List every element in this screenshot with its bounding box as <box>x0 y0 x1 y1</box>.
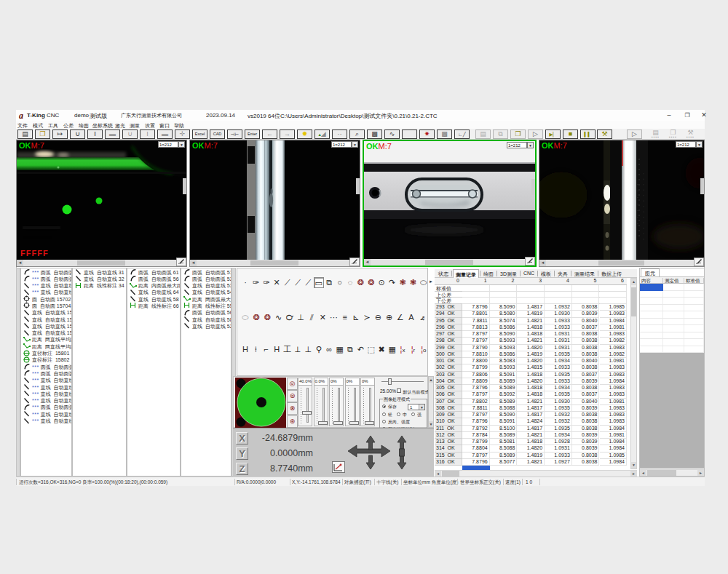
measure-item[interactable]: *** 圆弧 自动圆弧 <box>21 404 71 410</box>
scroll-up-icon[interactable]: ▲ <box>631 279 636 285</box>
empty-cell[interactable] <box>572 292 600 298</box>
element-cell[interactable] <box>640 339 663 346</box>
toolbar-export-cad[interactable]: CAD <box>210 129 225 139</box>
angle-icon[interactable]: ∠ <box>395 312 405 323</box>
result-cell[interactable]: 0.8038 <box>572 364 600 371</box>
empty-cell[interactable] <box>572 298 600 304</box>
result-cell[interactable]: 1.4820 <box>517 378 545 385</box>
result-cell[interactable]: 1.4821 <box>517 399 545 405</box>
element-row[interactable] <box>640 346 704 354</box>
camera-pane-3[interactable]: OKM:71=212▼◄ <box>363 140 537 267</box>
measure-item[interactable]: 直线 自动直线 15 <box>21 330 71 336</box>
measure-item[interactable]: 直线 自动直线 15 <box>21 316 71 322</box>
line-icon[interactable]: ⟋ <box>282 277 293 288</box>
measure-item[interactable]: 圆 自动圆 15702 <box>21 295 71 302</box>
result-cell[interactable]: 7.8799 <box>462 364 490 371</box>
toolbar-probe-down[interactable]: ∪ <box>70 129 85 139</box>
result-cell[interactable]: 8.5089 <box>490 432 518 439</box>
row-header[interactable]: 312 OK <box>435 432 462 439</box>
measure-item[interactable]: 距离 线性标注 66 <box>127 302 180 308</box>
camera-hscrollbar[interactable]: ◄ <box>539 260 694 266</box>
double-circle-icon[interactable]: ∞ <box>324 344 334 355</box>
angle-bisect-icon[interactable]: ⊾ <box>351 312 361 323</box>
row-header[interactable]: 295 OK <box>435 318 462 324</box>
menu-测量[interactable]: 测量 <box>130 122 140 129</box>
camera-zoom-combo-2[interactable]: 1=212▼ <box>331 141 358 148</box>
slider-track[interactable] <box>369 388 371 423</box>
result-cell[interactable]: 7.8802 <box>462 399 490 405</box>
result-cell[interactable]: 1.4821 <box>517 432 545 439</box>
camera-hscroll-thumb[interactable] <box>250 260 298 266</box>
result-cell[interactable]: 0.8037 <box>572 324 600 331</box>
measure-item[interactable]: 直线 自动直线 15 <box>21 322 71 329</box>
scroll-left-icon[interactable]: ◄ <box>17 260 23 266</box>
result-cell[interactable]: 1.0983 <box>600 364 628 371</box>
result-cell[interactable]: 1.0931 <box>545 338 572 344</box>
camera-vscroll-thumb[interactable] <box>531 179 535 195</box>
table-grid-icon[interactable]: ▦ <box>387 344 397 355</box>
toolbar-open-dots[interactable]: ❐▪▪▪▪ <box>665 129 681 139</box>
camera-hscrollbar[interactable]: ◄ <box>190 260 349 266</box>
measure-item[interactable]: 直线 自动直线 58 <box>127 295 180 302</box>
camera-image-4[interactable] <box>539 140 704 260</box>
menu-坐标系统[interactable]: 坐标系统 <box>92 122 113 129</box>
element-cell[interactable] <box>663 311 684 318</box>
measure-item[interactable]: 直径标注 15802 <box>21 356 71 363</box>
measure-item[interactable]: *** 直线 自动直线 <box>21 383 71 390</box>
toolbar-measure-line[interactable]: ↦ <box>52 129 68 139</box>
measure-item[interactable]: 直线 自动直线 64 <box>127 289 180 295</box>
element-selected-cell[interactable] <box>640 284 663 291</box>
measure-item[interactable]: 圆 自动圆 15704 <box>21 302 71 308</box>
result-cell[interactable]: 0.8038 <box>572 453 600 459</box>
results-vscroll-thumb[interactable] <box>631 287 636 316</box>
delete-x-icon[interactable]: ✖ <box>376 344 387 355</box>
result-cell[interactable]: 1.0927 <box>545 459 572 466</box>
toolbar-caliper[interactable]: ⊣⊢ <box>227 129 242 139</box>
result-cell[interactable]: 1.0985 <box>600 453 628 459</box>
result-cell[interactable]: 1.4819 <box>517 351 545 358</box>
measure-item[interactable]: 直线 自动直线 52 <box>181 322 231 329</box>
result-cell[interactable]: 1.4818 <box>517 372 545 378</box>
marker-r-icon[interactable]: ¦r <box>408 344 418 355</box>
scroll-down-icon[interactable]: ▼ <box>631 462 636 469</box>
toolbar-build-tools[interactable]: ⚒ <box>597 129 612 139</box>
row-header[interactable]: 299 OK <box>435 345 462 351</box>
result-cell[interactable]: 1.0984 <box>600 426 628 432</box>
result-cell[interactable]: 1.0934 <box>545 358 572 364</box>
toolbar-tools-dots[interactable]: ⚒▪▪▪▪ <box>683 129 698 139</box>
camera-pane-1[interactable]: OKM:71=212▼FFFFF◄ <box>16 140 187 267</box>
element-cell[interactable] <box>640 298 663 304</box>
row-header[interactable]: 297 OK <box>435 331 462 338</box>
result-cell[interactable]: 1.0931 <box>545 331 572 338</box>
element-cell[interactable] <box>640 346 663 353</box>
toolbar-save-all[interactable]: ⧉ <box>493 129 508 139</box>
scroll-down-icon[interactable]: ▼ <box>429 421 433 427</box>
column-header-6[interactable]: 6 <box>600 278 625 283</box>
toolbar-edge-tool[interactable]: I <box>87 129 103 139</box>
column-header-2[interactable]: 2 <box>490 278 515 283</box>
result-cell[interactable]: 1.0981 <box>600 324 628 331</box>
result-cell[interactable]: 1.0984 <box>600 378 628 385</box>
row-header[interactable]: 307 OK <box>435 399 462 405</box>
toolbar-open-file[interactable]: ❐ <box>35 129 50 139</box>
result-cell[interactable]: 1.0935 <box>545 351 572 358</box>
toolbar-pause-run[interactable]: ▍▍ <box>580 129 596 139</box>
toolbar-landscape[interactable]: ▴◢ <box>314 129 330 139</box>
row-header[interactable]: 313 OK <box>435 439 462 445</box>
slider-track[interactable] <box>354 388 356 423</box>
undo-icon[interactable]: ↶ <box>355 344 365 355</box>
element-cell[interactable] <box>663 319 684 325</box>
camera-pan-tool-button[interactable] <box>525 257 535 266</box>
menu-设置[interactable]: 设置 <box>145 122 155 129</box>
measure-item[interactable]: 直径标注 15801 <box>21 350 71 356</box>
circle-center-icon[interactable]: ⊙ <box>376 277 387 288</box>
toolbar-axis-chart[interactable]: ∟╱ <box>454 129 470 139</box>
row-header[interactable]: 301 OK <box>435 358 462 364</box>
combo-dropdown-icon[interactable]: ▼ <box>178 141 185 148</box>
result-cell[interactable]: 0.8040 <box>572 358 600 364</box>
measure-item[interactable]: *** 圆弧 自动圆弧 <box>21 275 71 282</box>
measure-item[interactable]: *** 直线 自动直线 <box>21 418 71 424</box>
empty-cell[interactable] <box>462 285 490 292</box>
result-cell[interactable]: 1.0983 <box>600 391 628 398</box>
result-cell[interactable]: 7.8797 <box>462 331 490 338</box>
